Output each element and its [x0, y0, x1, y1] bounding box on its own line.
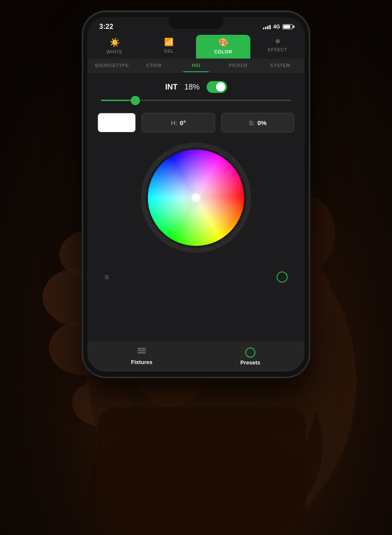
- phone-screen: 3:22 4G ☀️ W: [87, 17, 305, 372]
- nav-white[interactable]: ☀️ WHITE: [87, 35, 142, 59]
- int-toggle[interactable]: [207, 81, 227, 93]
- effect-icon: ✵: [275, 37, 280, 45]
- status-time: 3:22: [99, 23, 113, 31]
- wheel-outer: [141, 143, 251, 253]
- tab-system[interactable]: SYSTEM: [259, 59, 301, 72]
- color-preview[interactable]: [98, 113, 136, 132]
- hue-box[interactable]: H: 0°: [142, 113, 215, 132]
- presets-label: Presets: [241, 359, 260, 366]
- nav-white-label: WHITE: [106, 49, 123, 54]
- main-content: INT 18% H: 0°: [87, 73, 305, 270]
- nav-presets[interactable]: Presets: [196, 342, 305, 372]
- sliders-icon[interactable]: ≡: [104, 272, 109, 282]
- phone-notch: [168, 17, 224, 29]
- hue-value: 0°: [180, 119, 186, 126]
- tab-ctob[interactable]: CTO/B: [133, 59, 175, 72]
- fixtures-label: Fixtures: [131, 359, 153, 365]
- nav-effect-label: EFFECT: [268, 47, 287, 52]
- gel-icon: 📶: [164, 37, 174, 47]
- tab-sourcetype[interactable]: SOURCETYPE: [91, 59, 133, 72]
- tab-hsi[interactable]: HSI: [175, 59, 217, 72]
- int-value: 18%: [184, 83, 199, 92]
- svg-rect-15: [137, 352, 146, 353]
- status-icons: 4G: [263, 24, 293, 30]
- nav-gel-label: GEL: [164, 48, 174, 53]
- nav-effect[interactable]: ✵ EFFECT: [250, 35, 305, 59]
- slider-fill: [101, 100, 135, 101]
- bottom-nav: Fixtures Presets: [87, 342, 305, 372]
- color-wheel[interactable]: [145, 147, 247, 249]
- top-nav: ☀️ WHITE 📶 GEL 🎨 COLOR ✵ EFFECT: [87, 33, 305, 59]
- svg-rect-13: [137, 348, 146, 349]
- network-type: 4G: [273, 24, 280, 30]
- add-circle-icon[interactable]: [277, 272, 288, 283]
- white-icon: ☀️: [109, 37, 120, 48]
- battery-icon: [283, 24, 293, 29]
- action-row: ≡: [87, 270, 305, 286]
- tab-picker[interactable]: PICKER: [217, 59, 259, 72]
- scene: 3:22 4G ☀️ W: [0, 0, 392, 535]
- nav-gel[interactable]: 📶 GEL: [142, 35, 196, 59]
- hs-row: H: 0° S: 0%: [98, 113, 294, 132]
- signal-bars: [263, 24, 271, 29]
- int-label: INT: [165, 83, 177, 92]
- wheel-container: [98, 143, 294, 253]
- presets-circle-icon: [245, 347, 255, 358]
- hue-label: H:: [171, 119, 177, 126]
- sat-label: S:: [249, 119, 255, 126]
- sub-tabs: SOURCETYPE CTO/B HSI PICKER SYSTEM: [87, 59, 305, 73]
- nav-fixtures[interactable]: Fixtures: [87, 342, 196, 372]
- color-icon: 🎨: [218, 37, 229, 48]
- svg-rect-14: [137, 350, 146, 351]
- slider-thumb[interactable]: [131, 96, 140, 105]
- nav-color-label: COLOR: [214, 49, 232, 54]
- slider-container: [98, 100, 294, 101]
- phone-body: 3:22 4G ☀️ W: [83, 12, 309, 377]
- sat-value: 0%: [258, 119, 267, 126]
- int-row: INT 18%: [98, 81, 294, 93]
- fixtures-icon: [137, 347, 146, 357]
- slider-track[interactable]: [101, 100, 291, 101]
- sat-box[interactable]: S: 0%: [221, 113, 294, 132]
- nav-color[interactable]: 🎨 COLOR: [196, 35, 250, 59]
